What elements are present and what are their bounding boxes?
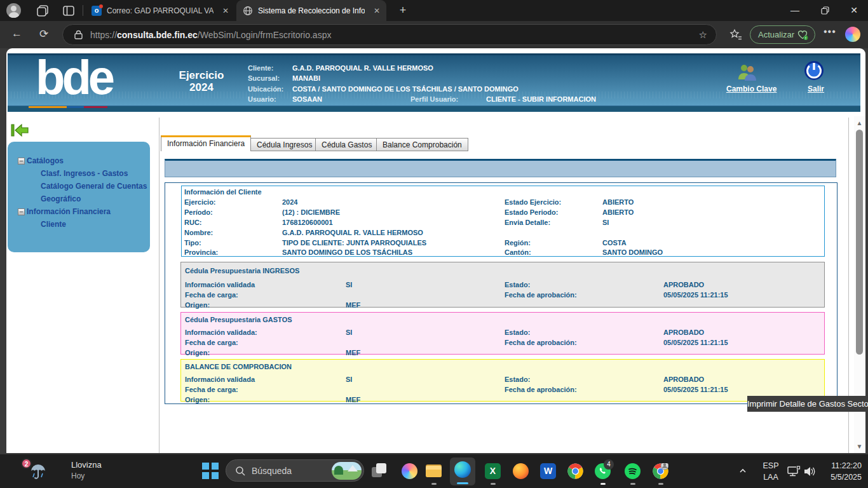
tab-close-icon[interactable]: ✕ — [374, 6, 380, 15]
volume-icon[interactable] — [803, 465, 817, 478]
users-icon[interactable] — [736, 63, 759, 82]
ubicacion-label: Ubicación: — [248, 85, 283, 93]
search-highlight-image[interactable] — [332, 462, 362, 480]
site-header: bde Ejercicio2024 Cliente: G.A.D. PARROQ… — [8, 53, 860, 112]
field-label: Fecha de carga: — [185, 339, 238, 346]
tray-chevron-icon[interactable] — [739, 467, 747, 475]
panel-gastos: Cédula Presupuestaria GASTOS Información… — [180, 312, 825, 355]
bde-logo: bde — [36, 50, 112, 105]
tab-balance-comprobacion[interactable]: Balance Comprobación — [376, 138, 468, 151]
search-box[interactable]: Búsqueda — [226, 459, 364, 482]
taskbar: 2 Llovizna Hoy Búsqueda X W 4 — [0, 454, 868, 488]
word-icon[interactable]: W — [540, 463, 556, 479]
panel-title: Cédula Presupuestaria GASTOS — [185, 316, 292, 323]
profile-avatar[interactable] — [6, 3, 21, 18]
chrome-icon[interactable] — [567, 463, 583, 479]
sidebar-item-catalogos[interactable]: Catálogos — [27, 156, 64, 165]
whatsapp-badge: 4 — [604, 459, 614, 470]
sucursal-value: MANABI — [292, 74, 320, 82]
scroll-down-icon[interactable]: ▼ — [856, 443, 863, 450]
tab-informacion-financiera[interactable]: Información Financiera — [161, 135, 251, 151]
new-tab-button[interactable]: + — [395, 3, 410, 18]
tab-correo[interactable]: o Correo: GAD PARROQUIAL VALLE ✕ — [85, 0, 235, 21]
field-label: Estado Ejercicio: — [505, 198, 561, 206]
field-label: Nombre: — [184, 229, 213, 236]
tab-actions-icon[interactable] — [62, 4, 76, 18]
sidebar-item-informacion-financiera[interactable]: Información Financiera — [27, 207, 111, 216]
field-label: Región: — [505, 239, 531, 247]
perfil-label: Perfil Usuario: — [410, 95, 458, 103]
spotify-icon[interactable] — [625, 463, 641, 479]
chrome-profile-icon[interactable] — [653, 463, 668, 479]
restore-button[interactable] — [811, 0, 839, 20]
field-value: MEF — [346, 349, 360, 356]
tab-close-icon[interactable]: ✕ — [222, 6, 229, 15]
sidebar-item-catalogo-general[interactable]: Catálogo General de Cuentas — [41, 182, 147, 191]
minimize-button[interactable]: — — [781, 0, 809, 20]
sucursal-label: Sucursal: — [248, 74, 280, 82]
field-value: SANTO DOMINGO DE LOS TSÁCHILAS — [282, 248, 412, 256]
copilot-icon[interactable] — [845, 27, 860, 42]
favorites-hub-icon[interactable] — [729, 29, 742, 41]
panel-ingresos: Cédula Presupuestaria INGRESOS Informaci… — [180, 262, 825, 308]
salir-link[interactable]: Salir — [808, 85, 824, 93]
excel-icon[interactable]: X — [485, 463, 501, 479]
collapse-icon[interactable]: – — [18, 158, 25, 165]
back-arrow-icon[interactable] — [11, 123, 29, 137]
field-label: Información validada: — [185, 329, 257, 336]
field-value: 05/05/2025 11:21:15 — [663, 386, 728, 393]
firefox-icon[interactable] — [513, 463, 529, 479]
tab-cedula-gastos[interactable]: Cédula Gastos — [315, 138, 378, 151]
task-view-icon[interactable] — [372, 463, 388, 479]
field-value: MEF — [346, 396, 360, 403]
web-page: bde Ejercicio2024 Cliente: G.A.D. PARROQ… — [6, 48, 865, 453]
scrollbar-thumb[interactable] — [856, 130, 863, 355]
tab-separator — [83, 5, 83, 16]
field-value: APROBADO — [663, 281, 704, 288]
close-button[interactable]: ✕ — [840, 0, 868, 20]
file-explorer-icon[interactable] — [426, 463, 442, 479]
field-value: G.A.D. PARROQUIAL R. VALLE HERMOSO — [282, 229, 423, 236]
cambio-clave-link[interactable]: Cambio Clave — [726, 85, 776, 93]
field-value: ABIERTO — [602, 198, 634, 206]
network-icon[interactable] — [787, 465, 801, 478]
start-button[interactable] — [202, 463, 219, 479]
field-label: Período: — [184, 208, 213, 216]
search-placeholder: Búsqueda — [252, 466, 292, 476]
field-label: Cantón: — [505, 248, 531, 256]
settings-menu-icon[interactable]: ••• — [824, 26, 836, 37]
edge-taskbar-button[interactable] — [450, 458, 475, 485]
scroll-up-icon[interactable]: ▲ — [856, 119, 863, 126]
lock-icon — [74, 30, 83, 39]
field-value: SANTO DOMINGO — [602, 248, 663, 256]
client-info-fieldset: Información del Cliente Ejercicio: 2024 … — [181, 186, 825, 257]
workspaces-icon[interactable] — [36, 4, 50, 18]
sidebar-item-clasf-ingresos-gastos[interactable]: Clasf. Ingresos - Gastos — [41, 169, 128, 178]
running-indicator — [630, 483, 635, 485]
back-icon[interactable]: ← — [11, 27, 22, 40]
update-button[interactable]: Actualizar ! — [750, 25, 815, 44]
browser-toolbar: ← ⟳ https://consulta.bde.fin.ec/WebSim/L… — [0, 21, 868, 48]
tab-sistema[interactable]: Sistema de Recoleccion de Inform ✕ — [236, 0, 386, 21]
collapse-icon[interactable]: – — [18, 208, 25, 215]
field-label: Fecha de aprobación: — [505, 339, 577, 346]
globe-icon — [243, 6, 253, 16]
clock[interactable]: 11:22:205/5/2025 — [820, 460, 862, 483]
bookmark-star-icon[interactable]: ☆ — [699, 29, 707, 41]
field-label: RUC: — [184, 219, 202, 226]
sidebar-item-cliente[interactable]: Cliente — [41, 220, 66, 229]
weather-condition[interactable]: Llovizna — [71, 460, 102, 470]
power-icon[interactable] — [803, 60, 825, 81]
tab-cedula-ingresos[interactable]: Cédula Ingresos — [250, 138, 318, 151]
field-value: 05/05/2025 11:21:15 — [663, 291, 728, 299]
taskbar-copilot-icon[interactable] — [402, 463, 417, 479]
sidebar-item-geografico[interactable]: Geográfico — [41, 194, 81, 203]
field-value: 1768120600001 — [282, 219, 333, 226]
field-label: Origen: — [185, 301, 210, 309]
panel-title: BALANCE DE COMPROBACION — [185, 363, 292, 370]
refresh-icon[interactable]: ⟳ — [39, 27, 48, 41]
field-value: SI — [346, 329, 352, 336]
svg-text:!: ! — [805, 36, 806, 39]
language-indicator[interactable]: ESPLAA — [760, 460, 782, 483]
address-bar[interactable]: https://consulta.bde.fin.ec/WebSim/Login… — [62, 24, 717, 45]
